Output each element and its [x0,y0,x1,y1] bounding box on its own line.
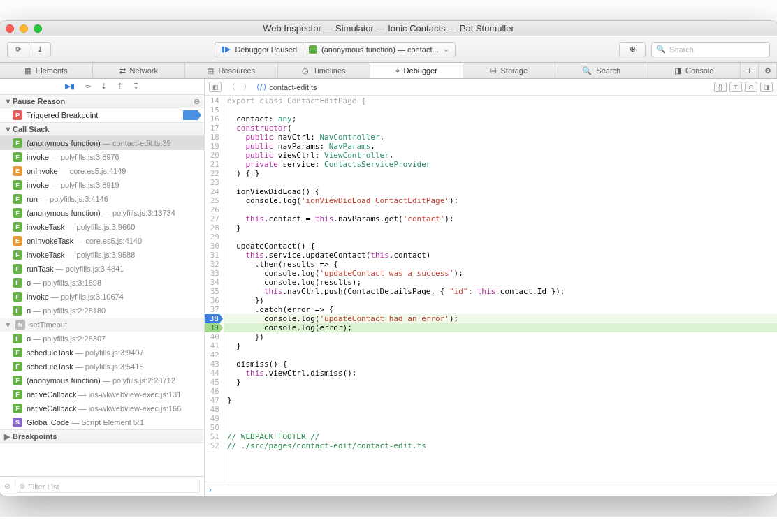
line-number[interactable]: 20 [205,151,224,160]
type-icon[interactable]: T [729,82,742,92]
line-number[interactable]: 46 [205,387,224,396]
line-number[interactable]: 22 [205,169,224,178]
toggle-sidebar-button[interactable]: ◧ [209,82,222,92]
code-lines[interactable]: export class ContactEditPage { contact: … [224,96,777,482]
line-number[interactable]: 27 [205,214,224,223]
pause-reason-action-icon[interactable]: ⊖ [194,97,200,106]
line-gutter[interactable]: 1415161718192021222324252627282930313233… [205,96,224,482]
tab-network[interactable]: ⇄Network [93,63,186,78]
nav-forward-button[interactable]: 〉 [241,82,252,92]
code-line[interactable] [224,350,777,360]
line-number[interactable]: 23 [205,178,224,187]
code-line[interactable]: public viewCtrl: ViewController, [224,151,777,160]
line-number[interactable]: 37 [205,305,224,314]
call-stack-frame[interactable]: FnativeCallback — ios-wkwebview-exec.js:… [0,401,204,415]
sidebar-scroll[interactable]: ▼ Pause Reason ⊖ P Triggered Breakpoint … [0,94,204,476]
search-input[interactable]: 🔍 Search [651,42,770,57]
tab-storage[interactable]: ⛁Storage [463,63,556,78]
code-line[interactable]: console.log('ionViewDidLoad ContactEditP… [224,196,777,205]
line-number[interactable]: 39 [205,323,224,332]
breakpoints-header[interactable]: ▶ Breakpoints [0,429,204,443]
code-line[interactable] [224,178,777,187]
step-out-button[interactable]: ⇡ [117,82,123,91]
line-number[interactable]: 16 [205,114,224,124]
line-number[interactable]: 17 [205,124,224,133]
console-prompt[interactable]: › [205,482,777,496]
tab-timelines[interactable]: ◷Timelines [278,63,371,78]
pause-reason-row[interactable]: P Triggered Breakpoint [0,108,204,122]
filter-input[interactable]: ⊚ Filter List [15,480,200,493]
line-number[interactable]: 24 [205,187,224,196]
tab-console[interactable]: ◨Console [648,63,741,78]
line-number[interactable]: 48 [205,405,224,414]
current-frame-chip[interactable]: f (anonymous function) — contact... ⌄ [303,42,456,57]
call-stack-frame[interactable]: F(anonymous function) — polyfills.js:3:1… [0,206,204,220]
step-button[interactable]: ↧ [133,82,139,91]
close-icon[interactable] [6,24,14,33]
issues-icon[interactable]: ⊘ [4,482,10,491]
async-boundary[interactable]: ▼NsetTimeout [0,318,204,332]
call-stack-frame[interactable]: FinvokeTask — polyfills.js:3:9660 [0,220,204,234]
minimize-icon[interactable] [20,24,28,33]
tab-search[interactable]: 🔍Search [555,63,648,78]
call-stack-frame[interactable]: F(anonymous function) — polyfills.js:2:2… [0,374,204,387]
code-line[interactable]: // WEBPACK FOOTER // [224,432,777,441]
line-number[interactable]: 44 [205,369,224,378]
call-stack-frame[interactable]: F(anonymous function) — contact-edit.ts:… [0,136,204,150]
line-number[interactable]: 45 [205,378,224,387]
call-stack-frame[interactable]: EonInvokeTask — core.es5.js:4140 [0,234,204,248]
call-stack-header[interactable]: ▼ Call Stack [0,122,204,136]
debugger-paused-chip[interactable]: ▮▶ Debugger Paused [215,42,303,57]
inspect-element-button[interactable]: ⊕ [619,42,646,57]
call-stack-frame[interactable]: FscheduleTask — polyfills.js:3:5415 [0,360,204,374]
call-stack-frame[interactable]: Finvoke — polyfills.js:3:8976 [0,150,204,164]
code-line[interactable]: this.navCtrl.push(ContactDetailsPage, { … [224,287,777,296]
code-line[interactable] [224,387,777,396]
line-number[interactable]: 35 [205,287,224,296]
code-line[interactable]: } [224,223,777,232]
code-line[interactable]: ) { } [224,169,777,178]
line-number[interactable]: 21 [205,160,224,169]
line-number[interactable]: 36 [205,296,224,305]
code-line[interactable] [224,105,777,114]
line-number[interactable]: 51 [205,432,224,441]
code-line[interactable]: export class ContactEditPage { [224,96,777,105]
code-line[interactable]: public navParams: NavParams, [224,142,777,151]
tab-elements[interactable]: ▦Elements [0,63,93,78]
line-number[interactable]: 43 [205,360,224,369]
breakpoint-tag-icon[interactable] [183,110,201,120]
add-tab-button[interactable]: + [741,63,759,78]
settings-button[interactable]: ⚙ [759,63,777,78]
line-number[interactable]: 28 [205,223,224,232]
console-icon[interactable]: C [745,82,757,92]
call-stack-frame[interactable]: SGlobal Code — Script Element 5:1 [0,415,204,429]
code-line[interactable]: constructor( [224,124,777,133]
line-number[interactable]: 49 [205,414,224,423]
code-line[interactable]: console.log('updateContact was a success… [224,269,777,278]
code-line[interactable]: contact: any; [224,114,777,124]
nav-back-button[interactable]: 〈 [226,82,237,92]
line-number[interactable]: 32 [205,260,224,269]
line-number[interactable]: 29 [205,232,224,242]
resume-button[interactable]: ▶▮ [65,82,75,91]
call-stack-frame[interactable]: FnativeCallback — ios-wkwebview-exec.js:… [0,387,204,401]
code-line[interactable]: public navCtrl: NavController, [224,133,777,142]
step-in-button[interactable]: ⇣ [101,82,107,91]
code-line[interactable]: .catch(error => { [224,305,777,314]
code-line[interactable] [224,414,777,423]
code-line[interactable]: private service: ContactsServiceProvider [224,160,777,169]
code-line[interactable]: }) [224,332,777,341]
line-number[interactable]: 47 [205,396,224,405]
line-number[interactable]: 34 [205,278,224,287]
line-number[interactable]: 52 [205,441,224,450]
code-line[interactable] [224,205,777,214]
call-stack-frame[interactable]: Fo — polyfills.js:2:28307 [0,332,204,346]
line-number[interactable]: 25 [205,196,224,205]
code-line[interactable]: console.log(error); [224,323,777,332]
code-line[interactable]: console.log(results); [224,278,777,287]
tab-debugger[interactable]: ⌖Debugger [370,63,463,78]
line-number[interactable]: 15 [205,105,224,114]
tab-resources[interactable]: ▤Resources [185,63,278,78]
toggle-details-button[interactable]: ◨ [760,82,773,92]
code-line[interactable]: ionViewDidLoad() { [224,187,777,196]
